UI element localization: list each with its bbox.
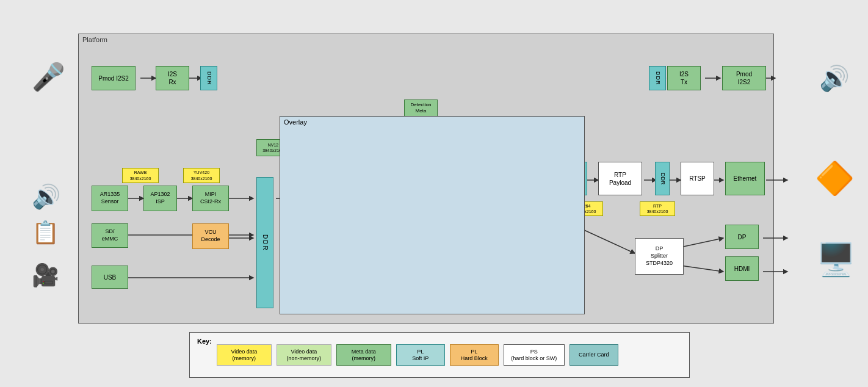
key-item-pl-soft: PLSoft IP [396, 344, 445, 366]
key-item-carrier: Carrier Card [570, 344, 618, 366]
ddr-top-left-block: DDR [200, 66, 217, 90]
rtp-payload-block: RTPPayload [598, 162, 642, 195]
hdmi-block: HDMI [725, 256, 759, 281]
key-title: Key: [197, 338, 212, 345]
key-item-video-nonmemory: Video data(non-memory) [277, 344, 331, 366]
key-item-meta-memory: Meta data(memory) [336, 344, 391, 366]
dp-splitter-block: DPSplitterSTDP4320 [635, 238, 684, 275]
main-container: Platform Overlay [0, 0, 868, 387]
i2s-tx-block: I2STx [667, 66, 701, 90]
rawb-label: RAWB3840x2160 [122, 168, 159, 183]
key-item-video-memory: Video data(memory) [217, 344, 272, 366]
yuv420-label: YUV4203840x2160 [183, 168, 220, 183]
rtp-label: RTP3840x2160 [640, 201, 675, 216]
mic-icon: 🎤 [32, 61, 65, 93]
key-item-pl-hard: PLHard Block [450, 344, 499, 366]
overlay-box: Overlay [280, 116, 585, 314]
key-item-ps: PS(hard block or SW) [504, 344, 565, 366]
key-box: Key: Video data(memory) Video data(non-m… [189, 332, 690, 378]
overlay-label: Overlay [284, 118, 307, 126]
monitor-icon: 🖥️ [816, 241, 856, 278]
pmod-i2s2-right-block: PmodI2S2 [722, 66, 766, 90]
ddr-main-left-block: DDR [256, 177, 273, 308]
doc-icon: 📋 [32, 220, 59, 245]
ap1302-block: AP1302ISP [143, 186, 177, 211]
ethernet-block: Ethernet [725, 162, 765, 195]
usb-block: USB [92, 266, 128, 289]
sd-emmc-block: SD/eMMC [92, 223, 128, 248]
dp-block: DP [725, 225, 759, 249]
camera-icon: 🔊 [32, 183, 60, 210]
speaker-icon: 🔊 [819, 64, 850, 93]
rtsp-block: RTSP [681, 162, 714, 195]
mipi-block: MIPICSI2-Rx [192, 186, 229, 211]
ar1335-block: AR1335Sensor [92, 186, 128, 211]
pmod-i2s2-left-block: Pmod I2S2 [92, 66, 136, 90]
vlc-icon: 🔶 [815, 160, 855, 197]
detection-meta-block: DetectionMeta [404, 99, 438, 117]
vcu-decode-block: VCUDecode [192, 223, 229, 249]
ddr-top-right-block: DDR [649, 66, 666, 90]
platform-label: Platform [82, 36, 107, 43]
webcam-icon: 🎥 [32, 262, 59, 288]
i2s-rx-block: I2SRx [156, 66, 189, 90]
ddr-rtp-block: DDR [655, 162, 670, 195]
